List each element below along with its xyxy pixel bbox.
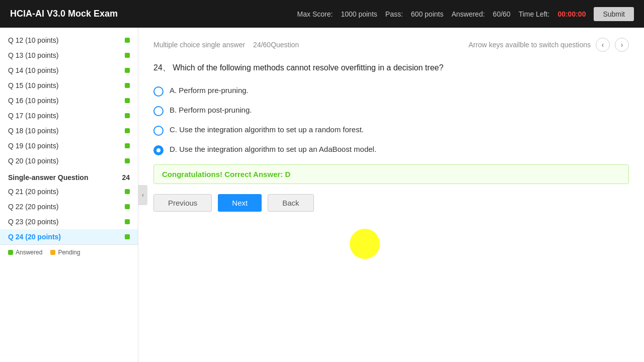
answered-dot-q23 bbox=[125, 219, 130, 224]
sidebar-item-q19[interactable]: Q 19 (10 points) bbox=[0, 138, 138, 153]
sidebar-item-q20[interactable]: Q 20 (10 points) bbox=[0, 153, 138, 168]
sidebar-item-q24[interactable]: Q 24 (20 points) bbox=[0, 229, 138, 244]
answered-dot-q13 bbox=[125, 53, 130, 58]
question-meta-left: Multiple choice single answer 24/60Quest… bbox=[153, 41, 299, 49]
answered-dot-q18 bbox=[125, 128, 130, 133]
question-meta-right: Arrow keys availble to switch questions … bbox=[468, 38, 629, 52]
app-title: HCIA-AI V3.0 Mock Exam bbox=[10, 9, 118, 19]
time-left-value: 00:00:00 bbox=[557, 10, 586, 18]
question-position-label: 24/60Question bbox=[253, 41, 299, 49]
sidebar-item-q22[interactable]: Q 22 (20 points) bbox=[0, 199, 138, 214]
sidebar-item-q12[interactable]: Q 12 (10 points) bbox=[0, 33, 138, 48]
legend-answered-dot bbox=[8, 250, 13, 255]
answered-dot-q21 bbox=[125, 189, 130, 194]
max-score-value: 1000 points bbox=[341, 10, 377, 18]
radio-b[interactable] bbox=[153, 106, 164, 116]
sidebar-wrapper: Q 12 (10 points) Q 13 (10 points) Q 14 (… bbox=[0, 28, 138, 362]
option-d-label: D. Use the integration algorithm to set … bbox=[170, 145, 376, 153]
option-d[interactable]: D. Use the integration algorithm to set … bbox=[153, 145, 629, 155]
question-area: Multiple choice single answer 24/60Quest… bbox=[138, 28, 644, 362]
answered-dot-q16 bbox=[125, 98, 130, 103]
option-b-label: B. Perform post-pruning. bbox=[170, 106, 252, 114]
answered-dot-q22 bbox=[125, 204, 130, 209]
previous-button[interactable]: Previous bbox=[153, 194, 212, 212]
sidebar-item-q17[interactable]: Q 17 (10 points) bbox=[0, 108, 138, 123]
question-body: Which of the following methods cannot re… bbox=[173, 63, 443, 72]
header: HCIA-AI V3.0 Mock Exam Max Score: 1000 p… bbox=[0, 0, 644, 28]
answered-dot-q17 bbox=[125, 113, 130, 118]
answered-dot-q19 bbox=[125, 143, 130, 148]
sidebar-item-q21[interactable]: Q 21 (20 points) bbox=[0, 184, 138, 199]
answered-dot-q15 bbox=[125, 83, 130, 88]
answered-dot-q20 bbox=[125, 158, 130, 163]
sidebar-item-q16[interactable]: Q 16 (10 points) bbox=[0, 93, 138, 108]
legend: Answered Pending bbox=[0, 244, 138, 260]
question-meta: Multiple choice single answer 24/60Quest… bbox=[153, 38, 629, 52]
submit-button[interactable]: Submit bbox=[594, 7, 634, 21]
answered-dot-q24 bbox=[125, 234, 130, 239]
nav-hint: Arrow keys availble to switch questions bbox=[468, 41, 591, 49]
sidebar-collapse-button[interactable]: ‹ bbox=[138, 185, 147, 205]
prev-arrow-button[interactable]: ‹ bbox=[596, 38, 610, 52]
sidebar-item-q14[interactable]: Q 14 (10 points) bbox=[0, 63, 138, 78]
sidebar-item-q18[interactable]: Q 18 (10 points) bbox=[0, 123, 138, 138]
sidebar-section-single-answer: Single-answer Question 24 bbox=[0, 168, 138, 184]
next-button[interactable]: Next bbox=[218, 194, 262, 212]
back-button[interactable]: Back bbox=[268, 194, 313, 212]
answered-dot-q12 bbox=[125, 38, 130, 43]
main-content: Q 12 (10 points) Q 13 (10 points) Q 14 (… bbox=[0, 28, 644, 362]
cursor-indicator bbox=[350, 229, 380, 259]
sidebar-item-q13[interactable]: Q 13 (10 points) bbox=[0, 48, 138, 63]
pass-value: 600 points bbox=[411, 10, 444, 18]
option-c-label: C. Use the integration algorithm to set … bbox=[170, 125, 364, 134]
legend-pending: Pending bbox=[50, 249, 80, 256]
max-score-label: Max Score: bbox=[297, 10, 333, 18]
answered-value: 60/60 bbox=[493, 10, 511, 18]
radio-c[interactable] bbox=[153, 126, 164, 136]
header-info: Max Score: 1000 points Pass: 600 points … bbox=[297, 7, 634, 21]
radio-d[interactable] bbox=[153, 145, 164, 155]
legend-answered: Answered bbox=[8, 249, 42, 256]
radio-a[interactable] bbox=[153, 86, 164, 97]
answered-dot-q14 bbox=[125, 68, 130, 73]
next-arrow-button[interactable]: › bbox=[615, 38, 629, 52]
sidebar-item-q23[interactable]: Q 23 (20 points) bbox=[0, 214, 138, 229]
question-number: 24、 bbox=[153, 63, 171, 72]
question-type-label: Multiple choice single answer bbox=[153, 41, 245, 49]
option-c[interactable]: C. Use the integration algorithm to set … bbox=[153, 125, 629, 136]
answered-label: Answered: bbox=[451, 10, 485, 18]
question-text: 24、 Which of the following methods canno… bbox=[153, 62, 629, 74]
sidebar: Q 12 (10 points) Q 13 (10 points) Q 14 (… bbox=[0, 28, 138, 362]
legend-pending-dot bbox=[50, 250, 55, 255]
sidebar-item-q15[interactable]: Q 15 (10 points) bbox=[0, 78, 138, 93]
pass-label: Pass: bbox=[385, 10, 403, 18]
nav-buttons: Previous Next Back bbox=[153, 194, 629, 212]
correct-answer-banner: Congratulations! Correct Answer: D bbox=[153, 164, 629, 184]
time-left-label: Time Left: bbox=[519, 10, 550, 18]
option-a-label: A. Perform pre-pruning. bbox=[170, 86, 249, 95]
option-a[interactable]: A. Perform pre-pruning. bbox=[153, 86, 629, 97]
option-b[interactable]: B. Perform post-pruning. bbox=[153, 106, 629, 116]
